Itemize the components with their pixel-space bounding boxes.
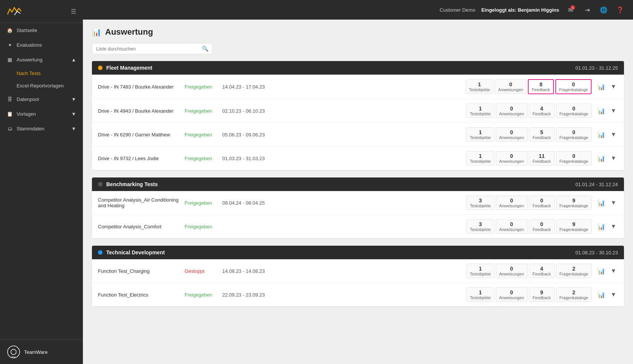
stat-feedback: 8 Feedback xyxy=(528,79,553,94)
search-bar[interactable]: 🔍 xyxy=(92,43,213,54)
row-export-button[interactable]: 📊 xyxy=(596,130,607,140)
stat-num-fragenkataloge: 2 xyxy=(572,266,575,272)
sidebar-item-nach-tests[interactable]: Nach Tests xyxy=(0,67,83,80)
logo-icon xyxy=(7,6,23,17)
stat-num-feedback: 8 xyxy=(540,81,543,87)
eval-status: Freigegeben xyxy=(185,200,222,206)
logged-in-label: Eingeloggt als: Benjamin Higgins xyxy=(481,7,559,13)
stat-label-fragenkataloge: Fragenkataloge xyxy=(560,272,588,276)
stat-num-testobjekte: 1 xyxy=(478,81,481,87)
stat-num-feedback: 11 xyxy=(539,153,545,159)
eval-stats: 1 Testobjekte 0 Anweisungen 4 Feedback 0… xyxy=(466,104,592,118)
row-expand-button[interactable]: ▼ xyxy=(609,198,618,208)
row-expand-button[interactable]: ▼ xyxy=(609,266,618,276)
eval-status: Freigegeben xyxy=(185,132,222,138)
stat-anweisungen: 0 Anweisungen xyxy=(496,264,528,278)
sidebar-item-startseite[interactable]: 🏠 Startseite xyxy=(0,23,83,38)
row-expand-button[interactable]: ▼ xyxy=(609,153,618,163)
stat-label-anweisungen: Anweisungen xyxy=(499,112,524,116)
stat-anweisungen: 0 Anweisungen xyxy=(496,219,528,234)
eval-stats: 1 Testobjekte 0 Anweisungen 5 Feedback 0… xyxy=(466,127,592,142)
row-expand-button[interactable]: ▼ xyxy=(609,130,618,139)
group-dot-benchmarking-tests xyxy=(98,182,102,187)
search-input[interactable] xyxy=(96,46,202,52)
row-export-button[interactable]: 📊 xyxy=(596,222,607,232)
row-expand-button[interactable]: ▼ xyxy=(609,106,618,116)
sidebar-item-vorlagen[interactable]: 📋 Vorlagen ▼ xyxy=(0,107,83,121)
stat-testobjekte: 3 Testobjekte xyxy=(466,219,494,234)
row-export-button[interactable]: 📊 xyxy=(596,106,607,116)
row-export-button[interactable]: 📊 xyxy=(596,82,607,92)
row-actions: 📊 ▼ xyxy=(596,153,618,164)
row-actions: 📊 ▼ xyxy=(596,222,618,232)
eval-name: Function Test_Electrics xyxy=(98,292,185,298)
row-expand-button[interactable]: ▼ xyxy=(609,222,618,231)
eval-name: Competitor Analysis_Air Conditioning and… xyxy=(98,197,185,208)
table-row: Drive - IN 4943 / Bourke Alexander Freig… xyxy=(92,99,624,123)
sidebar-logo: ☰ xyxy=(0,0,83,23)
stat-anweisungen: 0 Anweisungen xyxy=(495,80,526,94)
stat-testobjekte: 1 Testobjekte xyxy=(466,104,494,118)
stat-num-testobjekte: 1 xyxy=(479,266,482,272)
sidebar-item-datenpool[interactable]: 🗄 Datenpool ▼ xyxy=(0,92,83,107)
chevron-right-icon: ▼ xyxy=(71,96,76,102)
stat-num-testobjekte: 1 xyxy=(479,129,482,135)
brand-name: TeamWare xyxy=(24,349,47,355)
stat-label-fragenkataloge: Fragenkataloge xyxy=(560,295,588,300)
table-row: Function Test_Charging Gestoppt 14.08.23… xyxy=(92,259,624,283)
row-export-button[interactable]: 📊 xyxy=(596,153,607,164)
row-export-button[interactable]: 📊 xyxy=(596,198,607,208)
row-export-button[interactable]: 📊 xyxy=(596,290,607,300)
eval-stats: 1 Testobjekte 0 Anweisungen 9 Feedback 2… xyxy=(466,288,592,302)
stat-label-testobjekte: Testobjekte xyxy=(470,135,491,140)
stat-fragenkataloge: 0 Fragenkataloge xyxy=(556,104,592,118)
eval-status: Freigegeben xyxy=(185,84,222,90)
table-row: Drive - IN 7483 / Bourke Alexander Freig… xyxy=(92,75,624,99)
mail-icon-button[interactable]: ✉ 1 xyxy=(565,5,576,15)
datenpool-icon: 🗄 xyxy=(7,96,13,102)
stat-feedback: 4 Feedback xyxy=(529,104,555,118)
stat-anweisungen: 0 Anweisungen xyxy=(496,127,528,142)
row-actions: 📊 ▼ xyxy=(596,130,618,140)
group-dates-technical-development: 01.08.23 - 30.10.23 xyxy=(575,250,618,255)
help-icon-button[interactable]: ❓ xyxy=(615,5,625,15)
stat-testobjekte: 3 Testobjekte xyxy=(466,196,494,210)
eval-name: Drive - IN 4943 / Bourke Alexander xyxy=(98,108,185,114)
stat-label-fragenkataloge: Fragenkataloge xyxy=(560,203,588,208)
stat-feedback: 0 Feedback xyxy=(529,219,555,234)
stat-label-feedback: Feedback xyxy=(533,135,551,140)
logout-icon-button[interactable]: ⇥ xyxy=(582,5,592,15)
stat-label-anweisungen: Anweisungen xyxy=(499,227,524,232)
user-name: Benjamin Higgins xyxy=(518,7,559,13)
eval-name: Drive - IN 9732 / Lees Jodie xyxy=(98,156,185,161)
stat-num-feedback: 9 xyxy=(540,289,543,295)
stat-fragenkataloge: 0 Fragenkataloge xyxy=(556,151,592,165)
group-dot-fleet-management xyxy=(98,66,102,70)
sidebar-item-excel-reportvorlagen[interactable]: Excel-Reportvorlagen xyxy=(0,80,83,92)
stat-label-fragenkataloge: Fragenkataloge xyxy=(560,135,588,140)
chart-icon: 📊 xyxy=(92,28,101,37)
row-expand-button[interactable]: ▼ xyxy=(609,290,618,300)
teamware-logo: Team xyxy=(7,345,20,359)
row-expand-button[interactable]: ▼ xyxy=(609,82,618,92)
sidebar-item-evaluations[interactable]: ✦ Evaluations xyxy=(0,38,83,52)
eval-dates: 08.04.24 - 08.04.25 xyxy=(222,200,466,206)
eval-status: Freigegeben xyxy=(185,292,222,298)
eval-status: Freigegeben xyxy=(185,156,222,161)
sidebar-item-auswertung[interactable]: ▦ Auswertung ▲ xyxy=(0,52,83,67)
stat-testobjekte: 1 Testobjekte xyxy=(466,288,494,302)
globe-icon-button[interactable]: 🌐 xyxy=(598,5,609,15)
stat-testobjekte: 1 Testobjekte xyxy=(466,80,494,94)
stat-fragenkataloge: 9 Fragenkataloge xyxy=(556,196,592,210)
stat-label-anweisungen: Anweisungen xyxy=(499,159,524,164)
row-export-button[interactable]: 📊 xyxy=(596,266,607,276)
group-header-benchmarking-tests: Benchmarking Tests 01.01.24 - 31.12.24 xyxy=(92,177,624,191)
stat-fragenkataloge: 0 Fragenkataloge xyxy=(556,127,592,142)
topbar: Customer Demo Eingeloggt als: Benjamin H… xyxy=(83,0,633,20)
eval-stats: 3 Testobjekte 0 Anweisungen 0 Feedback 9… xyxy=(466,196,592,210)
stat-label-testobjekte: Testobjekte xyxy=(470,203,491,208)
sidebar-toggle[interactable]: ☰ xyxy=(71,8,76,15)
sidebar-item-stammdaten[interactable]: 🗂 Stammdaten ▼ xyxy=(0,121,83,136)
table-row: Function Test_Electrics Freigegeben 22.0… xyxy=(92,283,624,306)
stat-label-fragenkataloge: Fragenkataloge xyxy=(560,227,588,232)
